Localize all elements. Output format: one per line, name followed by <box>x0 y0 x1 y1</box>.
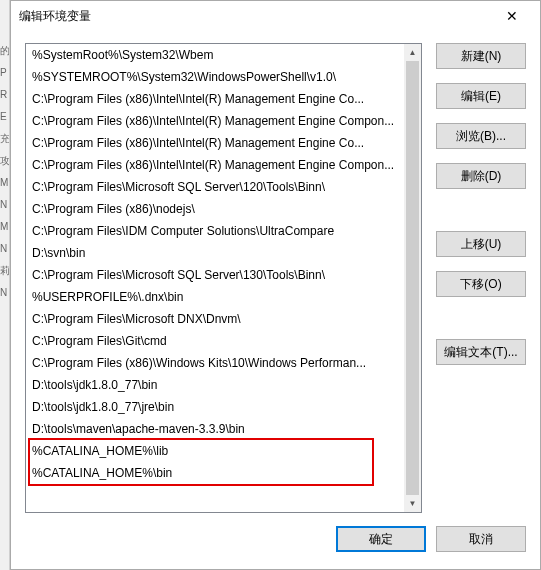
list-item[interactable]: D:\tools\maven\apache-maven-3.3.9\bin <box>26 418 404 440</box>
edit-env-var-dialog: 编辑环境变量 ✕ %SystemRoot%\System32\Wbem%SYST… <box>10 0 541 570</box>
dialog-title: 编辑环境变量 <box>19 8 91 25</box>
chevron-up-icon: ▲ <box>409 48 417 57</box>
dialog-footer: 确定 取消 <box>11 519 540 569</box>
list-item[interactable]: %CATALINA_HOME%\lib <box>26 440 404 462</box>
list-item[interactable]: C:\Program Files\Git\cmd <box>26 330 404 352</box>
list-item[interactable]: C:\Program Files\Microsoft SQL Server\12… <box>26 176 404 198</box>
scroll-down-button[interactable]: ▼ <box>404 495 421 512</box>
list-item[interactable]: C:\Program Files (x86)\Intel\Intel(R) Ma… <box>26 88 404 110</box>
cancel-button[interactable]: 取消 <box>436 526 526 552</box>
path-listbox[interactable]: %SystemRoot%\System32\Wbem%SYSTEMROOT%\S… <box>25 43 422 513</box>
edit-text-button[interactable]: 编辑文本(T)... <box>436 339 526 365</box>
list-item[interactable]: D:\tools\jdk1.8.0_77\jre\bin <box>26 396 404 418</box>
list-item[interactable]: C:\Program Files\Microsoft DNX\Dnvm\ <box>26 308 404 330</box>
edit-button[interactable]: 编辑(E) <box>436 83 526 109</box>
close-button[interactable]: ✕ <box>492 2 532 30</box>
list-item[interactable]: D:\tools\jdk1.8.0_77\bin <box>26 374 404 396</box>
ok-button[interactable]: 确定 <box>336 526 426 552</box>
scroll-track[interactable] <box>404 61 421 495</box>
background-window-edge: 的 PRE 充攻MNMN莉N <box>0 0 10 570</box>
list-item[interactable]: C:\Program Files\Microsoft SQL Server\13… <box>26 264 404 286</box>
scroll-up-button[interactable]: ▲ <box>404 44 421 61</box>
move-down-button[interactable]: 下移(O) <box>436 271 526 297</box>
list-item[interactable]: C:\Program Files (x86)\Intel\Intel(R) Ma… <box>26 110 404 132</box>
list-item[interactable]: %SystemRoot%\System32\Wbem <box>26 44 404 66</box>
chevron-down-icon: ▼ <box>409 499 417 508</box>
list-item[interactable]: C:\Program Files (x86)\nodejs\ <box>26 198 404 220</box>
move-up-button[interactable]: 上移(U) <box>436 231 526 257</box>
list-item[interactable]: %USERPROFILE%\.dnx\bin <box>26 286 404 308</box>
new-button[interactable]: 新建(N) <box>436 43 526 69</box>
list-item[interactable]: C:\Program Files (x86)\Intel\Intel(R) Ma… <box>26 154 404 176</box>
scroll-thumb[interactable] <box>406 61 419 495</box>
list-item[interactable]: %CATALINA_HOME%\bin <box>26 462 404 484</box>
titlebar: 编辑环境变量 ✕ <box>11 1 540 31</box>
close-icon: ✕ <box>506 8 518 24</box>
list-item[interactable]: C:\Program Files (x86)\Intel\Intel(R) Ma… <box>26 132 404 154</box>
list-item[interactable]: C:\Program Files (x86)\Windows Kits\10\W… <box>26 352 404 374</box>
list-item[interactable]: D:\svn\bin <box>26 242 404 264</box>
list-item[interactable]: %SYSTEMROOT%\System32\WindowsPowerShell\… <box>26 66 404 88</box>
scrollbar[interactable]: ▲ ▼ <box>404 44 421 512</box>
side-buttons: 新建(N) 编辑(E) 浏览(B)... 删除(D) 上移(U) 下移(O) 编… <box>436 43 526 513</box>
browse-button[interactable]: 浏览(B)... <box>436 123 526 149</box>
delete-button[interactable]: 删除(D) <box>436 163 526 189</box>
list-item[interactable]: C:\Program Files\IDM Computer Solutions\… <box>26 220 404 242</box>
